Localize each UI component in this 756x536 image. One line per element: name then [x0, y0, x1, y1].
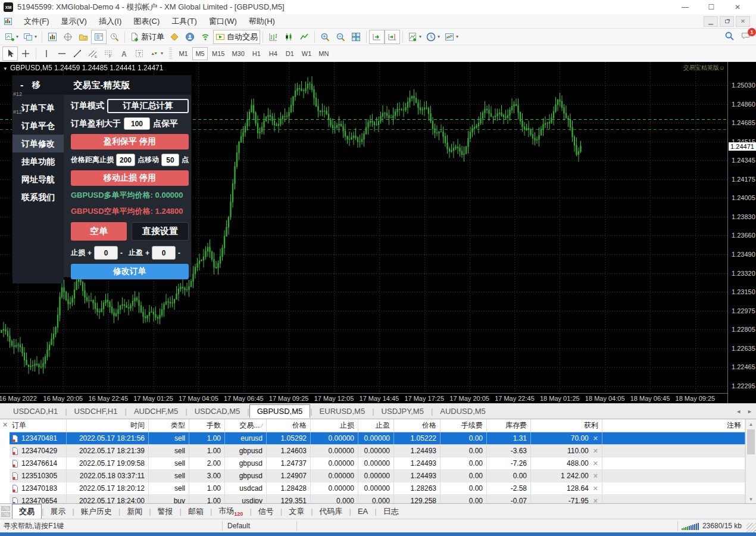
terminal-tab-4[interactable]: 新闻 [120, 504, 149, 519]
templates-button[interactable]: ▾ [442, 30, 461, 44]
sl-input[interactable] [94, 246, 118, 260]
sell-orders-button[interactable]: 空单 [71, 222, 127, 241]
strategy-tester-button[interactable] [107, 30, 122, 44]
timeframe-button-m1[interactable]: M1 [176, 47, 191, 60]
auto-scroll-button[interactable] [369, 30, 385, 44]
order-row[interactable]: 1234706542022.05.17 18:24:00buy1.00usdjp… [10, 495, 745, 503]
terminal-tab-8[interactable]: 信号 [252, 504, 280, 519]
chart-tab-eurusd-m5[interactable]: EURUSD,M5 [313, 405, 373, 417]
scroll-down-icon[interactable]: ▼ [746, 494, 756, 503]
metaeditor-button[interactable] [167, 30, 182, 44]
column-header[interactable]: 交易...∕ [225, 419, 267, 432]
text-button[interactable]: A [116, 46, 132, 61]
trail-step-input[interactable] [161, 154, 179, 166]
terminal-tab-3[interactable]: 账户历史 [74, 504, 118, 519]
close-order-button[interactable]: ✕ [593, 497, 598, 504]
column-header[interactable]: 价格 [267, 419, 311, 432]
timeframe-button-w1[interactable]: W1 [299, 47, 315, 60]
indicators-button[interactable]: ▾ [405, 30, 424, 44]
tp-plus[interactable]: + [145, 249, 149, 257]
terminal-tab-11[interactable]: EA [351, 505, 374, 518]
timeframe-button-m5[interactable]: M5 [192, 47, 208, 60]
terminal-tab-2[interactable]: 展示 [43, 504, 72, 519]
column-header[interactable]: 注释 [602, 419, 745, 432]
channel-button[interactable]: E [85, 46, 101, 61]
child-minimize-button[interactable]: ▁ [704, 16, 718, 27]
scroll-up-icon[interactable]: ▲ [746, 419, 756, 429]
trail-distance-input[interactable] [116, 154, 135, 166]
chart-tab-usdcad-h1[interactable]: USDCAD,H1 [6, 405, 65, 417]
close-order-button[interactable]: ✕ [593, 472, 598, 480]
search-icon[interactable] [724, 31, 735, 43]
crosshair-button[interactable] [18, 46, 33, 61]
order-row[interactable]: 1235103052022.05.18 03:37:11sell3.00gbpu… [10, 470, 745, 482]
close-order-button[interactable]: ✕ [593, 485, 598, 493]
timeframe-button-m30[interactable]: M30 [229, 47, 247, 60]
minimize-button[interactable]: — [676, 3, 694, 11]
cursor-button[interactable] [2, 46, 18, 61]
chart-tab-gbpusd-m5[interactable]: GBPUSD,M5 [249, 404, 311, 418]
notifications-icon[interactable]: 1 [741, 31, 751, 43]
terminal-tab-6[interactable]: 邮箱 [182, 504, 210, 519]
profiles-button[interactable]: ▾ [21, 30, 39, 44]
menu-tools[interactable]: 工具(T) [165, 15, 203, 28]
terminal-close-icon[interactable]: ✕ [2, 421, 8, 429]
order-row[interactable]: 1234704292022.05.17 18:21:39sell1.00gbpu… [10, 445, 745, 457]
child-restore-button[interactable] [720, 16, 734, 27]
panel-header[interactable]: - 移 交易宝-精英版 [13, 76, 191, 95]
profile-selector[interactable]: Default [223, 522, 296, 530]
tabs-scroll-right-icon[interactable]: ► [747, 409, 752, 415]
column-header[interactable]: 订单 [10, 419, 67, 432]
close-order-button[interactable]: ✕ [593, 460, 598, 468]
tile-windows-button[interactable] [348, 30, 364, 44]
timeframe-button-mn[interactable]: MN [315, 47, 332, 60]
terminal-tab-1[interactable]: 交易 [12, 504, 42, 519]
toolbar-grip[interactable] [169, 48, 172, 60]
menu-window[interactable]: 窗口(W) [203, 15, 243, 28]
timeframe-button-m15[interactable]: M15 [209, 47, 227, 60]
line-chart-button[interactable] [296, 30, 312, 44]
column-header[interactable]: 手续费 [441, 419, 487, 432]
column-header[interactable]: 类型 [149, 419, 189, 432]
order-summary-button[interactable]: 订单汇总计算 [107, 99, 189, 113]
signals-button[interactable] [198, 30, 213, 44]
chart-tab-audchf-m5[interactable]: AUDCHF,M5 [127, 405, 185, 417]
market-watch-button[interactable] [45, 30, 60, 44]
tp-input[interactable] [152, 246, 176, 260]
timeframe-button-h4[interactable]: H4 [265, 47, 281, 60]
candles-chart-button[interactable] [281, 30, 296, 44]
tp-minus[interactable]: - [178, 249, 180, 257]
panel-nav-item[interactable]: 订单平仓 [13, 117, 64, 135]
breakeven-toggle-button[interactable]: 盈利保平 停用 [71, 134, 189, 149]
menu-file[interactable]: 文件(F) [18, 15, 55, 28]
column-header[interactable]: 库存费 [487, 419, 531, 432]
trendline-button[interactable] [70, 46, 85, 61]
resize-grip[interactable] [746, 523, 756, 532]
terminal-scrollbar[interactable]: ▲ ▼ [745, 419, 756, 503]
terminal-tab-5[interactable]: 警报 [151, 504, 180, 519]
panel-nav-item[interactable]: 挂单功能 [13, 152, 64, 170]
trailing-stop-toggle-button[interactable]: 移动止损 停用 [71, 170, 189, 186]
chart-tab-usdcad-m5[interactable]: USDCAD,M5 [188, 405, 248, 417]
vertical-line-button[interactable] [39, 46, 54, 61]
horizontal-line-button[interactable] [54, 46, 70, 61]
terminal-button[interactable] [91, 30, 107, 44]
community-button[interactable] [182, 30, 198, 44]
sl-minus[interactable]: - [120, 249, 123, 257]
arrows-button[interactable]: ▾ [147, 46, 165, 61]
order-row[interactable]: 1234766142022.05.17 19:09:58sell2.00gbpu… [10, 457, 745, 470]
periods-button[interactable]: ▾ [424, 30, 442, 44]
menu-insert[interactable]: 插入(I) [93, 15, 127, 28]
tabs-scroll-left-icon[interactable]: ◄ [736, 409, 741, 415]
new-order-button[interactable]: 新订单 [127, 30, 167, 44]
column-header[interactable]: 价格 [394, 419, 441, 432]
close-order-button[interactable]: ✕ [593, 447, 598, 455]
profit-threshold-input[interactable] [124, 117, 150, 130]
chart-tab-audusd-m5[interactable]: AUDUSD,M5 [433, 405, 493, 417]
panel-minimize-button[interactable]: - [20, 80, 23, 91]
chart-shift-button[interactable] [385, 30, 400, 44]
navigator-button[interactable] [76, 30, 91, 44]
text-label-button[interactable]: T [132, 46, 147, 61]
zoom-out-button[interactable] [333, 30, 348, 44]
timeframe-button-h1[interactable]: H1 [249, 47, 264, 60]
